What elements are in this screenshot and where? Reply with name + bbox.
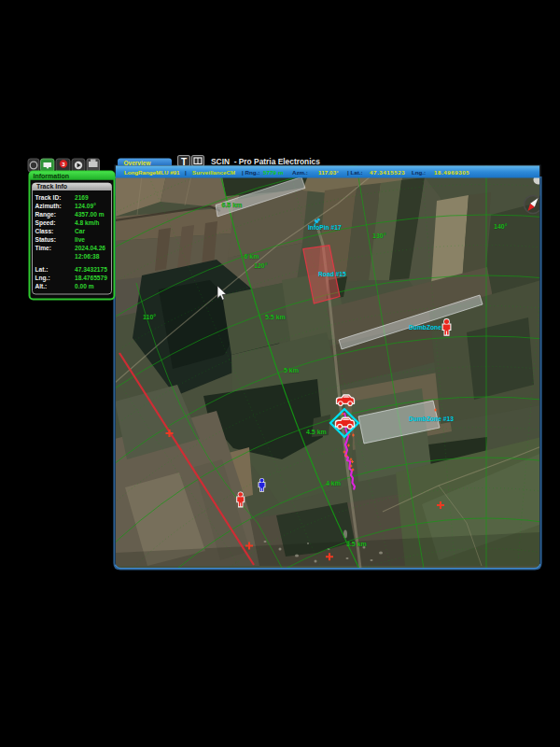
svg-text:117.03°: 117.03° [318, 169, 339, 176]
svg-text:124.09°: 124.09° [75, 203, 96, 209]
svg-text:3.5 km: 3.5 km [346, 541, 367, 547]
svg-text:Lat.:: Lat.: [35, 266, 49, 273]
svg-text:| Lat.:: | Lat.: [347, 169, 363, 176]
svg-text:12:06:38: 12:06:38 [75, 253, 100, 260]
svg-text:Information: Information [34, 173, 70, 179]
svg-text:47.3432175: 47.3432175 [75, 266, 107, 273]
svg-text:InfoPin #17: InfoPin #17 [308, 224, 342, 231]
svg-text:4357.00 m: 4357.00 m [75, 211, 105, 218]
svg-text:47.3415523: 47.3415523 [370, 169, 405, 176]
svg-text:live: live [75, 236, 85, 243]
svg-text:DumbZone #13: DumbZone #13 [409, 416, 454, 422]
svg-text:5 km: 5 km [284, 367, 299, 374]
svg-text:2169: 2169 [75, 194, 89, 201]
svg-text:4 km: 4 km [326, 480, 341, 486]
svg-text:Lng.:: Lng.: [412, 169, 426, 176]
svg-text:Class:: Class: [35, 228, 54, 234]
svg-text:Track Info: Track Info [36, 183, 67, 190]
svg-text:18.4765579: 18.4765579 [75, 275, 107, 281]
svg-text:Time:: Time: [35, 245, 51, 251]
svg-text:Car: Car [75, 228, 85, 234]
svg-text:0.00 m: 0.00 m [75, 283, 94, 289]
svg-text:Speed:: Speed: [35, 219, 56, 227]
svg-text:DumbZone #: DumbZone # [409, 324, 447, 331]
svg-text:Range:: Range: [35, 211, 56, 218]
svg-text:|: | [185, 169, 187, 176]
svg-text:SurveillanceCM: SurveillanceCM [192, 169, 235, 176]
svg-text:SCIN - Pro Patria Electronics: SCIN - Pro Patria Electronics [211, 157, 320, 166]
svg-text:Azimuth:: Azimuth: [35, 203, 62, 209]
svg-text:Status:: Status: [35, 236, 56, 243]
svg-text:4.8 km/h: 4.8 km/h [75, 219, 99, 226]
svg-text:LongRangeMLU #91: LongRangeMLU #91 [124, 169, 180, 176]
svg-text:Road #15: Road #15 [318, 271, 346, 277]
svg-text:130°: 130° [372, 233, 386, 239]
svg-text:5779 m: 5779 m [263, 169, 284, 176]
svg-text:T: T [181, 157, 187, 167]
svg-text:140°: 140° [494, 223, 508, 230]
svg-text:Overview: Overview [124, 160, 152, 166]
svg-text:| Rng.:: | Rng.: [242, 169, 259, 176]
svg-text:6.5 km: 6.5 km [222, 202, 243, 208]
svg-text:110°: 110° [143, 314, 156, 320]
svg-text:2024.04.26: 2024.04.26 [75, 245, 105, 251]
svg-text:5.5 km: 5.5 km [265, 314, 286, 320]
svg-text:6 km: 6 km [245, 253, 259, 260]
svg-text:4.5 km: 4.5 km [306, 429, 327, 435]
svg-text:18.4969305: 18.4969305 [434, 169, 469, 176]
svg-text:Alt.:: Alt.: [35, 283, 48, 289]
svg-text:Lng.:: Lng.: [35, 275, 50, 282]
svg-text:120°: 120° [254, 262, 268, 269]
svg-text:Azm.:: Azm.: [292, 169, 308, 176]
svg-text:Track ID:: Track ID: [35, 194, 62, 201]
